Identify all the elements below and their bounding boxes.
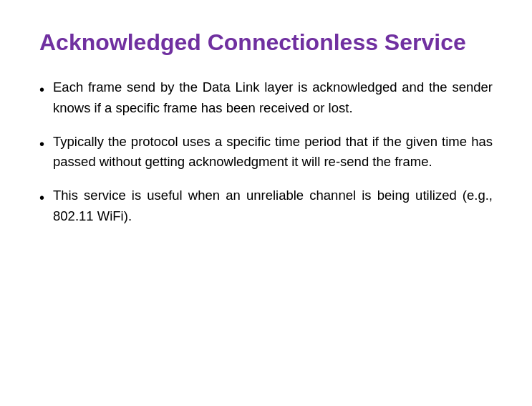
bullet-dot-2: •	[39, 133, 44, 155]
bullet-item-3: • This service is useful when an unrelia…	[39, 185, 493, 226]
bullet-text-1: Each frame send by the Data Link layer i…	[53, 77, 493, 118]
bullet-dot-1: •	[39, 79, 44, 100]
bullet-item-1: • Each frame send by the Data Link layer…	[39, 77, 493, 118]
bullet-text-3: This service is useful when an unreliabl…	[53, 185, 493, 226]
bullet-list: • Each frame send by the Data Link layer…	[39, 77, 493, 226]
bullet-text-2: Typically the protocol uses a specific t…	[53, 132, 493, 173]
bullet-dot-3: •	[39, 187, 44, 208]
slide: Acknowledged Connectionless Service • Ea…	[0, 0, 532, 406]
slide-title: Acknowledged Connectionless Service	[39, 29, 493, 56]
bullet-item-2: • Typically the protocol uses a specific…	[39, 132, 493, 173]
